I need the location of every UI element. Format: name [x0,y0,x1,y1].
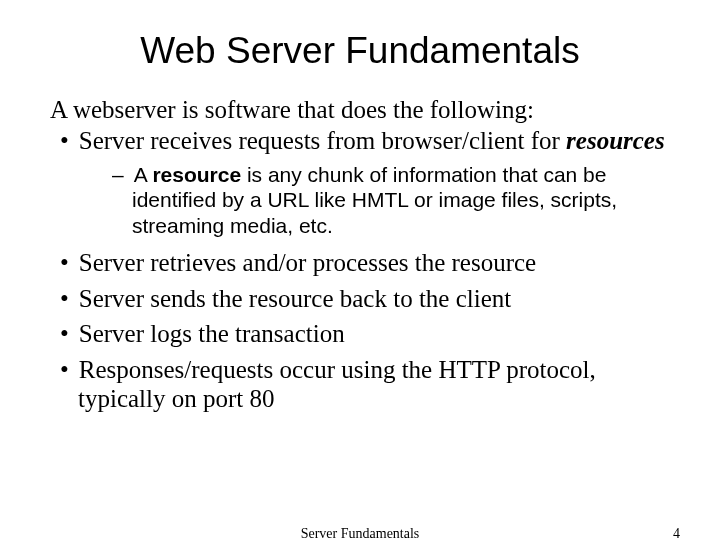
bullet-emphasis: resources [566,127,665,154]
page-number: 4 [673,526,680,540]
bullet-item-5: Responses/requests occur using the HTTP … [50,355,670,414]
bullet-item-3: Server sends the resource back to the cl… [50,284,670,314]
sub-bullet-item: A resource is any chunk of information t… [112,162,670,239]
sub-emphasis: resource [152,163,241,186]
footer-title: Server Fundamentals [0,526,720,540]
bullet-item-2: Server retrieves and/or processes the re… [50,248,670,278]
intro-text: A webserver is software that does the fo… [50,96,670,124]
bullet-item-1: Server receives requests from browser/cl… [50,126,670,238]
sub-bullet-list: A resource is any chunk of information t… [78,162,670,239]
bullet-text: Server receives requests from browser/cl… [79,127,566,154]
slide: Web Server Fundamentals A webserver is s… [0,0,720,540]
bullet-item-4: Server logs the transaction [50,319,670,349]
slide-title: Web Server Fundamentals [50,30,670,72]
bullet-list: Server receives requests from browser/cl… [50,126,670,414]
sub-text: A [134,163,153,186]
